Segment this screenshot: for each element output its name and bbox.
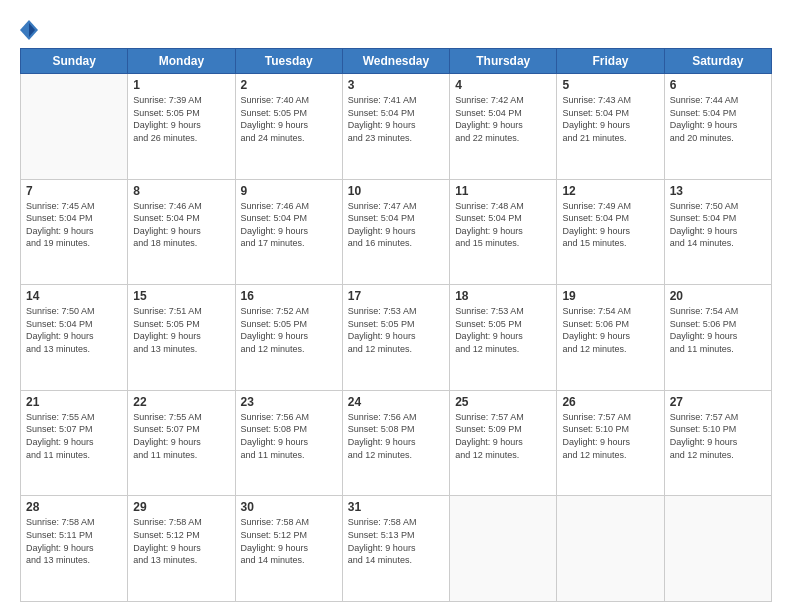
calendar-cell xyxy=(450,496,557,602)
day-number: 11 xyxy=(455,184,551,198)
calendar-cell: 24Sunrise: 7:56 AMSunset: 5:08 PMDayligh… xyxy=(342,390,449,496)
cell-info: Sunrise: 7:48 AMSunset: 5:04 PMDaylight:… xyxy=(455,200,551,250)
calendar-week-1: 1Sunrise: 7:39 AMSunset: 5:05 PMDaylight… xyxy=(21,74,772,180)
calendar-cell: 14Sunrise: 7:50 AMSunset: 5:04 PMDayligh… xyxy=(21,285,128,391)
calendar-cell: 12Sunrise: 7:49 AMSunset: 5:04 PMDayligh… xyxy=(557,179,664,285)
cell-info: Sunrise: 7:41 AMSunset: 5:04 PMDaylight:… xyxy=(348,94,444,144)
cell-info: Sunrise: 7:58 AMSunset: 5:13 PMDaylight:… xyxy=(348,516,444,566)
cell-info: Sunrise: 7:40 AMSunset: 5:05 PMDaylight:… xyxy=(241,94,337,144)
calendar-cell: 3Sunrise: 7:41 AMSunset: 5:04 PMDaylight… xyxy=(342,74,449,180)
calendar-week-2: 7Sunrise: 7:45 AMSunset: 5:04 PMDaylight… xyxy=(21,179,772,285)
day-header-monday: Monday xyxy=(128,49,235,74)
logo-icon xyxy=(20,20,38,40)
cell-info: Sunrise: 7:53 AMSunset: 5:05 PMDaylight:… xyxy=(348,305,444,355)
calendar-cell: 27Sunrise: 7:57 AMSunset: 5:10 PMDayligh… xyxy=(664,390,771,496)
day-number: 8 xyxy=(133,184,229,198)
cell-info: Sunrise: 7:56 AMSunset: 5:08 PMDaylight:… xyxy=(348,411,444,461)
calendar-cell: 20Sunrise: 7:54 AMSunset: 5:06 PMDayligh… xyxy=(664,285,771,391)
calendar-cell: 13Sunrise: 7:50 AMSunset: 5:04 PMDayligh… xyxy=(664,179,771,285)
calendar-cell: 31Sunrise: 7:58 AMSunset: 5:13 PMDayligh… xyxy=(342,496,449,602)
cell-info: Sunrise: 7:55 AMSunset: 5:07 PMDaylight:… xyxy=(133,411,229,461)
calendar-cell: 22Sunrise: 7:55 AMSunset: 5:07 PMDayligh… xyxy=(128,390,235,496)
calendar-cell xyxy=(21,74,128,180)
cell-info: Sunrise: 7:53 AMSunset: 5:05 PMDaylight:… xyxy=(455,305,551,355)
calendar-cell: 4Sunrise: 7:42 AMSunset: 5:04 PMDaylight… xyxy=(450,74,557,180)
day-header-friday: Friday xyxy=(557,49,664,74)
cell-info: Sunrise: 7:52 AMSunset: 5:05 PMDaylight:… xyxy=(241,305,337,355)
cell-info: Sunrise: 7:50 AMSunset: 5:04 PMDaylight:… xyxy=(670,200,766,250)
calendar-week-4: 21Sunrise: 7:55 AMSunset: 5:07 PMDayligh… xyxy=(21,390,772,496)
day-number: 7 xyxy=(26,184,122,198)
header xyxy=(20,18,772,38)
calendar-cell: 11Sunrise: 7:48 AMSunset: 5:04 PMDayligh… xyxy=(450,179,557,285)
calendar-cell: 23Sunrise: 7:56 AMSunset: 5:08 PMDayligh… xyxy=(235,390,342,496)
day-number: 31 xyxy=(348,500,444,514)
day-number: 1 xyxy=(133,78,229,92)
cell-info: Sunrise: 7:43 AMSunset: 5:04 PMDaylight:… xyxy=(562,94,658,144)
day-number: 3 xyxy=(348,78,444,92)
calendar-cell: 7Sunrise: 7:45 AMSunset: 5:04 PMDaylight… xyxy=(21,179,128,285)
day-header-thursday: Thursday xyxy=(450,49,557,74)
cell-info: Sunrise: 7:45 AMSunset: 5:04 PMDaylight:… xyxy=(26,200,122,250)
calendar-cell: 8Sunrise: 7:46 AMSunset: 5:04 PMDaylight… xyxy=(128,179,235,285)
day-number: 10 xyxy=(348,184,444,198)
calendar-cell: 30Sunrise: 7:58 AMSunset: 5:12 PMDayligh… xyxy=(235,496,342,602)
calendar-cell: 15Sunrise: 7:51 AMSunset: 5:05 PMDayligh… xyxy=(128,285,235,391)
cell-info: Sunrise: 7:47 AMSunset: 5:04 PMDaylight:… xyxy=(348,200,444,250)
day-number: 30 xyxy=(241,500,337,514)
cell-info: Sunrise: 7:51 AMSunset: 5:05 PMDaylight:… xyxy=(133,305,229,355)
cell-info: Sunrise: 7:57 AMSunset: 5:10 PMDaylight:… xyxy=(670,411,766,461)
day-number: 17 xyxy=(348,289,444,303)
calendar-week-3: 14Sunrise: 7:50 AMSunset: 5:04 PMDayligh… xyxy=(21,285,772,391)
calendar-cell: 25Sunrise: 7:57 AMSunset: 5:09 PMDayligh… xyxy=(450,390,557,496)
calendar-cell xyxy=(557,496,664,602)
logo xyxy=(20,18,40,38)
calendar-cell: 16Sunrise: 7:52 AMSunset: 5:05 PMDayligh… xyxy=(235,285,342,391)
day-header-tuesday: Tuesday xyxy=(235,49,342,74)
cell-info: Sunrise: 7:39 AMSunset: 5:05 PMDaylight:… xyxy=(133,94,229,144)
day-number: 29 xyxy=(133,500,229,514)
page: SundayMondayTuesdayWednesdayThursdayFrid… xyxy=(0,0,792,612)
cell-info: Sunrise: 7:58 AMSunset: 5:12 PMDaylight:… xyxy=(241,516,337,566)
day-number: 26 xyxy=(562,395,658,409)
calendar-cell: 1Sunrise: 7:39 AMSunset: 5:05 PMDaylight… xyxy=(128,74,235,180)
cell-info: Sunrise: 7:50 AMSunset: 5:04 PMDaylight:… xyxy=(26,305,122,355)
calendar-header-row: SundayMondayTuesdayWednesdayThursdayFrid… xyxy=(21,49,772,74)
day-number: 5 xyxy=(562,78,658,92)
day-number: 28 xyxy=(26,500,122,514)
day-number: 22 xyxy=(133,395,229,409)
day-number: 13 xyxy=(670,184,766,198)
cell-info: Sunrise: 7:57 AMSunset: 5:09 PMDaylight:… xyxy=(455,411,551,461)
calendar-cell: 10Sunrise: 7:47 AMSunset: 5:04 PMDayligh… xyxy=(342,179,449,285)
day-number: 27 xyxy=(670,395,766,409)
calendar-cell: 26Sunrise: 7:57 AMSunset: 5:10 PMDayligh… xyxy=(557,390,664,496)
cell-info: Sunrise: 7:49 AMSunset: 5:04 PMDaylight:… xyxy=(562,200,658,250)
day-number: 16 xyxy=(241,289,337,303)
cell-info: Sunrise: 7:46 AMSunset: 5:04 PMDaylight:… xyxy=(241,200,337,250)
day-header-sunday: Sunday xyxy=(21,49,128,74)
day-number: 9 xyxy=(241,184,337,198)
calendar-cell xyxy=(664,496,771,602)
cell-info: Sunrise: 7:56 AMSunset: 5:08 PMDaylight:… xyxy=(241,411,337,461)
calendar-cell: 9Sunrise: 7:46 AMSunset: 5:04 PMDaylight… xyxy=(235,179,342,285)
calendar-cell: 18Sunrise: 7:53 AMSunset: 5:05 PMDayligh… xyxy=(450,285,557,391)
cell-info: Sunrise: 7:46 AMSunset: 5:04 PMDaylight:… xyxy=(133,200,229,250)
cell-info: Sunrise: 7:44 AMSunset: 5:04 PMDaylight:… xyxy=(670,94,766,144)
calendar-table: SundayMondayTuesdayWednesdayThursdayFrid… xyxy=(20,48,772,602)
cell-info: Sunrise: 7:54 AMSunset: 5:06 PMDaylight:… xyxy=(670,305,766,355)
day-number: 18 xyxy=(455,289,551,303)
day-number: 19 xyxy=(562,289,658,303)
day-number: 25 xyxy=(455,395,551,409)
day-number: 4 xyxy=(455,78,551,92)
day-number: 6 xyxy=(670,78,766,92)
day-number: 21 xyxy=(26,395,122,409)
cell-info: Sunrise: 7:42 AMSunset: 5:04 PMDaylight:… xyxy=(455,94,551,144)
day-number: 2 xyxy=(241,78,337,92)
calendar-cell: 21Sunrise: 7:55 AMSunset: 5:07 PMDayligh… xyxy=(21,390,128,496)
cell-info: Sunrise: 7:58 AMSunset: 5:12 PMDaylight:… xyxy=(133,516,229,566)
calendar-cell: 6Sunrise: 7:44 AMSunset: 5:04 PMDaylight… xyxy=(664,74,771,180)
calendar-cell: 17Sunrise: 7:53 AMSunset: 5:05 PMDayligh… xyxy=(342,285,449,391)
day-number: 24 xyxy=(348,395,444,409)
calendar-cell: 19Sunrise: 7:54 AMSunset: 5:06 PMDayligh… xyxy=(557,285,664,391)
cell-info: Sunrise: 7:55 AMSunset: 5:07 PMDaylight:… xyxy=(26,411,122,461)
